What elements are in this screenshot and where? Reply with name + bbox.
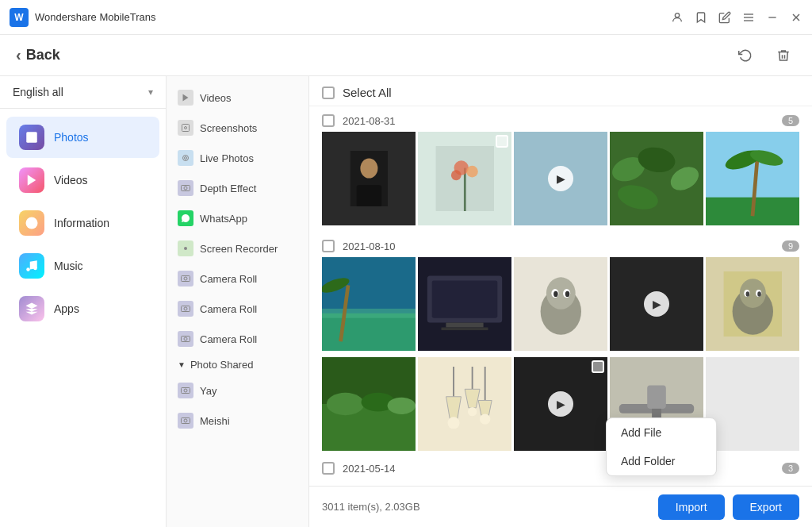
screen-recorder-icon [178, 240, 193, 256]
photo-cell[interactable] [610, 132, 703, 225]
sidebar-item-information-label: Information [54, 217, 109, 229]
delete-button[interactable] [771, 43, 796, 68]
minimize-button[interactable] [766, 11, 779, 24]
sidebar-item-photos-label: Photos [54, 131, 89, 144]
sidebar-item-music-label: Music [54, 260, 83, 272]
middle-panel: Videos Screenshots Live Photos Depth Eff… [167, 76, 309, 527]
middle-item-meishi[interactable]: Meishi [167, 406, 308, 436]
yay-icon [178, 383, 193, 398]
svg-point-17 [185, 127, 187, 129]
menu-icon[interactable] [742, 11, 755, 24]
close-button[interactable] [790, 11, 802, 24]
photo-select-checkbox[interactable] [592, 360, 604, 373]
photo-cell[interactable] [322, 132, 416, 225]
bookmark-icon[interactable] [695, 11, 707, 24]
sidebar-item-videos-label: Videos [54, 174, 88, 187]
meishi-icon [178, 413, 193, 429]
photo-cell[interactable] [322, 357, 416, 451]
date-checkbox-1[interactable] [322, 114, 335, 127]
photo-cell[interactable] [706, 132, 799, 225]
depth-effect-icon [178, 180, 193, 196]
middle-item-photo-shared[interactable]: ▼ Photo Shared [167, 354, 308, 375]
profile-icon[interactable] [671, 11, 684, 24]
add-file-option[interactable]: Add File [607, 418, 716, 447]
middle-item-screenshots[interactable]: Screenshots [167, 113, 308, 143]
play-button[interactable]: ▶ [548, 166, 573, 191]
play-button[interactable]: ▶ [644, 291, 669, 317]
photo-grid-2b: ▶ [322, 357, 799, 454]
date-section-1: 2021-08-31 5 [309, 106, 812, 232]
svg-point-68 [553, 290, 558, 296]
info-icon [19, 210, 44, 236]
svg-point-28 [184, 337, 187, 340]
photo-cell[interactable]: ▶ [514, 132, 607, 225]
whatsapp-icon [178, 210, 193, 226]
camera-roll-1-icon [178, 271, 193, 287]
svg-point-87 [447, 417, 459, 429]
app-logo: W [10, 8, 29, 27]
middle-item-camera-roll-3[interactable]: Camera Roll [167, 324, 308, 354]
sidebar-items: Photos Videos Information [0, 109, 166, 337]
middle-item-photo-shared-label: Photo Shared [190, 359, 254, 371]
photo-cell[interactable]: ▶ [610, 257, 703, 351]
play-button[interactable]: ▶ [548, 391, 573, 417]
edit-icon[interactable] [718, 11, 731, 24]
app-title: Wondershare MobileTrans [35, 11, 671, 23]
middle-item-live-photos[interactable]: Live Photos [167, 143, 308, 173]
videos-icon [19, 167, 44, 193]
import-button[interactable]: Import [658, 494, 725, 520]
add-folder-option[interactable]: Add Folder [607, 447, 716, 475]
sidebar-item-information[interactable]: Information [6, 202, 159, 244]
photo-cell[interactable] [514, 257, 607, 351]
svg-rect-53 [322, 309, 416, 318]
live-photos-icon [178, 150, 193, 166]
app-header: ‹ Back [0, 35, 812, 76]
photo-select-checkbox[interactable] [496, 135, 508, 148]
export-button[interactable]: Export [733, 494, 799, 520]
sidebar-item-videos[interactable]: Videos [6, 160, 159, 201]
photo-cell[interactable] [706, 257, 799, 351]
photo-cell-empty [706, 357, 799, 451]
svg-marker-9 [28, 175, 36, 186]
screenshots-icon [178, 120, 193, 136]
middle-item-depth-effect[interactable]: Depth Effect [167, 173, 308, 203]
sidebar-item-music[interactable]: Music [6, 245, 159, 287]
svg-point-0 [675, 13, 679, 17]
import-dropdown-menu: Add File Add Folder [606, 417, 717, 476]
svg-rect-96 [647, 385, 666, 409]
date-checkbox-3[interactable] [322, 462, 335, 475]
svg-rect-60 [442, 328, 488, 331]
svg-point-93 [480, 414, 490, 424]
svg-point-81 [327, 393, 364, 415]
back-button[interactable]: ‹ Back [16, 46, 60, 64]
refresh-button[interactable] [733, 43, 758, 68]
select-all-checkbox[interactable] [322, 87, 335, 99]
photo-cell[interactable] [418, 132, 511, 225]
date-count-2: 9 [782, 240, 799, 252]
middle-item-live-photos-label: Live Photos [200, 152, 254, 164]
middle-item-whatsapp[interactable]: WhatsApp [167, 203, 308, 233]
back-arrow-icon: ‹ [16, 46, 21, 64]
photo-cell[interactable] [322, 257, 416, 351]
camera-roll-2-icon [178, 301, 193, 317]
sidebar-item-photos[interactable]: Photos [6, 117, 159, 158]
photo-cell[interactable] [418, 357, 511, 451]
app-container: ‹ Back English all ▾ P [0, 35, 812, 527]
language-selector[interactable]: English all ▾ [0, 76, 166, 109]
header-actions [733, 43, 796, 68]
status-text: 3011 item(s), 2.03GB [322, 501, 420, 513]
svg-point-69 [565, 290, 570, 296]
middle-item-videos[interactable]: Videos [167, 83, 308, 113]
middle-item-camera-roll-2[interactable]: Camera Roll [167, 294, 308, 324]
middle-item-screen-recorder[interactable]: Screen Recorder [167, 233, 308, 264]
middle-item-camera-roll-2-label: Camera Roll [200, 303, 257, 315]
svg-point-19 [183, 156, 189, 161]
middle-item-camera-roll-1[interactable]: Camera Roll [167, 264, 308, 294]
middle-item-yay[interactable]: Yay [167, 375, 308, 406]
date-checkbox-2[interactable] [322, 240, 335, 252]
sidebar-item-apps[interactable]: Apps [6, 288, 159, 329]
photo-cell[interactable]: ▶ [514, 357, 607, 451]
photo-cell[interactable] [418, 257, 511, 351]
select-all-bar: Select All [309, 76, 812, 106]
svg-point-78 [757, 291, 761, 296]
